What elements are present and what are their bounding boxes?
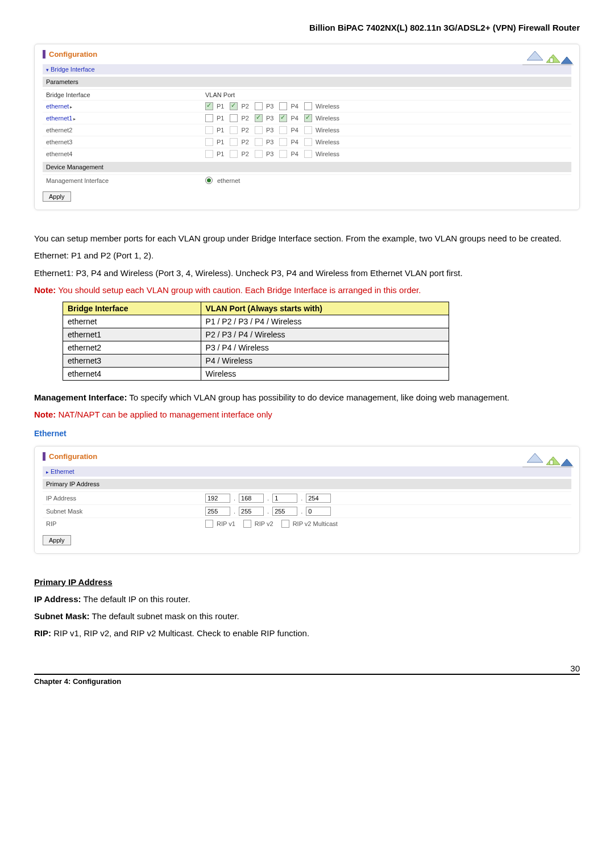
rip-label: RIP v1: [217, 520, 235, 527]
apply-button[interactable]: Apply: [43, 191, 71, 202]
ip-address-octet-1[interactable]: [205, 494, 230, 503]
vlan-port-label: P2: [241, 103, 248, 110]
vlan-port-label: P3: [266, 103, 273, 110]
panel-title: Configuration: [43, 50, 571, 59]
section-primary-ip: Primary IP Address: [43, 479, 571, 489]
bridge-interface-panel: Configuration ▾Bridge Interface Paramete…: [34, 44, 580, 210]
vlan-port-label: P2: [241, 127, 248, 133]
vlan-port-checkbox[interactable]: [205, 138, 213, 146]
ip-address-octet-4[interactable]: [306, 494, 331, 503]
vlan-port-label: P4: [291, 127, 298, 133]
paragraph: Ethernet: P1 and P2 (Port 1, 2).: [34, 250, 580, 261]
vlan-port-checkbox[interactable]: [255, 114, 263, 122]
svg-marker-3: [561, 57, 572, 64]
table-row: ethernet▸P1P2P3P4Wireless: [43, 100, 571, 112]
vlan-port-checkbox[interactable]: [304, 138, 312, 146]
ip-address-row: IP Address ...: [43, 491, 571, 504]
vlan-port-checkbox[interactable]: [230, 126, 238, 134]
paragraph: RIP: RIP v1, RIP v2, and RIP v2 Multicas…: [34, 628, 580, 639]
section-ethernet: ▸Ethernet: [43, 466, 571, 477]
bridge-interface-name: ethernet4: [46, 151, 205, 157]
table-row: ethernet4Wireless: [63, 368, 449, 381]
vlan-port-checkbox[interactable]: [255, 138, 263, 146]
paragraph: You can setup member ports for each VLAN…: [34, 233, 580, 244]
vlan-port-label: P1: [217, 103, 224, 110]
section-bridge-interface: ▾Bridge Interface: [43, 64, 571, 74]
table-row: ethernet4P1P2P3P4Wireless: [43, 148, 571, 160]
subnet-mask-octet-4[interactable]: [306, 507, 331, 516]
vlan-port-checkbox[interactable]: [304, 114, 312, 122]
vlan-port-checkbox[interactable]: [255, 150, 263, 158]
subnet-mask-octet-2[interactable]: [239, 507, 264, 516]
rip-checkbox[interactable]: [243, 520, 251, 528]
vlan-port-checkbox[interactable]: [279, 138, 287, 146]
paragraph: IP Address: The default IP on this route…: [34, 594, 580, 605]
table-row: ethernet2P1P2P3P4Wireless: [43, 124, 571, 136]
doc-header: Billion BiPAC 7402NX(L) 802.11n 3G/ADSL2…: [34, 23, 580, 32]
vlan-port-label: P2: [241, 115, 248, 122]
vlan-port-checkbox[interactable]: [304, 102, 312, 110]
ethernet-heading: Ethernet: [34, 429, 580, 438]
page-footer: Chapter 4: Configuration 30: [34, 674, 580, 686]
vlan-port-checkbox[interactable]: [205, 126, 213, 134]
svg-marker-8: [561, 459, 572, 466]
vlan-port-checkbox[interactable]: [230, 150, 238, 158]
panel-title: Configuration: [43, 452, 571, 461]
vlan-port-label: P3: [266, 127, 273, 133]
vlan-port-checkbox[interactable]: [279, 102, 287, 110]
primary-ip-heading: Primary IP Address: [34, 577, 580, 588]
bridge-interface-name: ethernet3: [46, 139, 205, 145]
apply-button[interactable]: Apply: [43, 535, 71, 545]
vlan-port-checkbox[interactable]: [205, 114, 213, 122]
vlan-port-checkbox[interactable]: [304, 150, 312, 158]
vlan-port-checkbox[interactable]: [205, 102, 213, 110]
vlan-port-label: Wireless: [316, 115, 339, 122]
table-header: Bridge Interface VLAN Port: [43, 89, 571, 100]
subnet-mask-octet-3[interactable]: [272, 507, 297, 516]
svg-rect-2: [550, 58, 553, 62]
vlan-port-label: P3: [266, 151, 273, 157]
section-parameters: Parameters: [43, 77, 571, 87]
section-device-mgmt: Device Management: [43, 162, 571, 172]
note: Note: You should setup each VLAN group w…: [34, 285, 580, 296]
vlan-port-label: Wireless: [316, 151, 339, 157]
subnet-mask-row: Subnet Mask ...: [43, 504, 571, 518]
rip-label: RIP v2 Multicast: [293, 520, 338, 527]
vlan-port-label: P2: [241, 139, 248, 145]
ethernet-panel: Configuration ▸Ethernet Primary IP Addre…: [34, 446, 580, 554]
vlan-port-checkbox[interactable]: [279, 114, 287, 122]
rip-checkbox[interactable]: [281, 520, 289, 528]
table-row: ethernetP1 / P2 / P3 / P4 / Wireless: [63, 315, 449, 328]
vlan-port-checkbox[interactable]: [230, 102, 238, 110]
rip-checkbox[interactable]: [205, 520, 213, 528]
paragraph: Ethernet1: P3, P4 and Wireless (Port 3, …: [34, 268, 580, 279]
bridge-interface-name[interactable]: ethernet▸: [46, 103, 205, 110]
svg-rect-7: [550, 460, 553, 465]
ip-address-octet-2[interactable]: [239, 494, 264, 503]
house-icon: [522, 450, 574, 470]
vlan-port-checkbox[interactable]: [279, 126, 287, 134]
vlan-port-checkbox[interactable]: [255, 126, 263, 134]
vlan-port-label: P2: [241, 151, 248, 157]
house-icon: [522, 48, 574, 68]
vlan-port-checkbox[interactable]: [279, 150, 287, 158]
bridge-interface-name[interactable]: ethernet1▸: [46, 115, 205, 122]
vlan-port-checkbox[interactable]: [205, 150, 213, 158]
vlan-port-checkbox[interactable]: [230, 114, 238, 122]
table-row: ethernet2P3 / P4 / Wireless: [63, 341, 449, 354]
vlan-port-label: P4: [291, 103, 298, 110]
subnet-mask-octet-1[interactable]: [205, 507, 230, 516]
vlan-port-checkbox[interactable]: [230, 138, 238, 146]
bridge-interface-name: ethernet2: [46, 127, 205, 133]
note: Note: NAT/NAPT can be applied to managem…: [34, 409, 580, 420]
ip-address-octet-3[interactable]: [272, 494, 297, 503]
table-row: ethernet1P2 / P3 / P4 / Wireless: [63, 328, 449, 341]
vlan-port-checkbox[interactable]: [255, 102, 263, 110]
vlan-port-label: Wireless: [316, 139, 339, 145]
rip-row: RIP RIP v1RIP v2RIP v2 Multicast: [43, 518, 571, 529]
vlan-port-checkbox[interactable]: [304, 126, 312, 134]
paragraph: Management Interface: To specify which V…: [34, 392, 580, 403]
vlan-port-label: P4: [291, 115, 298, 122]
mgmt-radio-ethernet[interactable]: [205, 177, 213, 184]
vlan-port-label: P4: [291, 151, 298, 157]
